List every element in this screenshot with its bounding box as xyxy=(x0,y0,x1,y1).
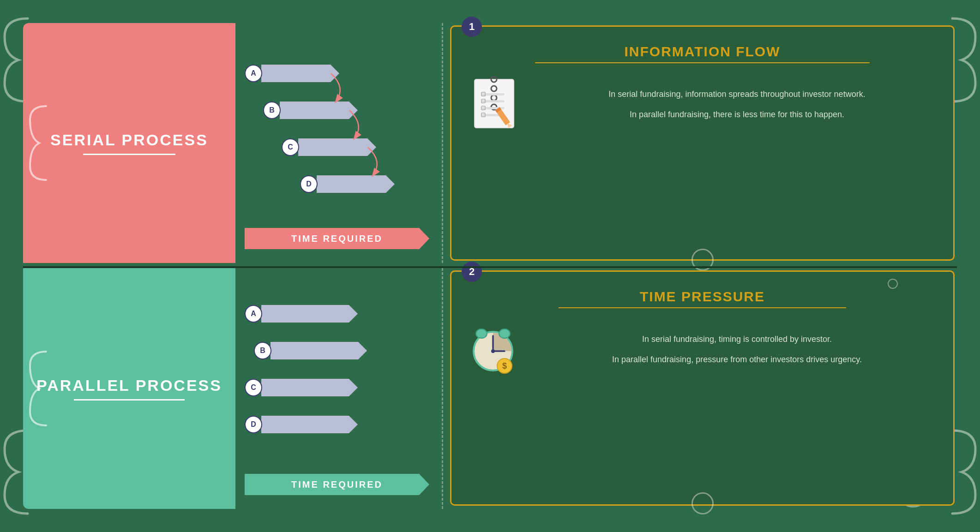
parallel-badge-d: D xyxy=(245,416,262,433)
serial-deco-left xyxy=(28,102,51,185)
serial-title: SERIAL PROCESS xyxy=(50,131,208,149)
parallel-badge-a: A xyxy=(245,305,262,323)
serial-arrow-d: D xyxy=(300,175,386,193)
panel1-content: In serial fundraising, information sprea… xyxy=(463,72,942,137)
arrow-shape-b xyxy=(280,102,349,119)
panel2-text1: In serial fundraising, timing is control… xyxy=(532,333,942,347)
panel2-title-underline xyxy=(559,307,846,308)
svg-rect-26 xyxy=(478,334,485,337)
arrow-shape-a xyxy=(261,65,331,82)
serial-arrow-a: A xyxy=(245,65,331,82)
panel2-text: In serial fundraising, timing is control… xyxy=(532,333,942,366)
parallel-time-required: TIME REQUIRED xyxy=(245,474,429,495)
svg-point-30 xyxy=(491,349,495,353)
parallel-shape-c xyxy=(261,379,349,396)
parallel-title: PARALLEL PROCESS xyxy=(36,377,222,395)
info-panel-2: 2 TIME PRESSURE $ xyxy=(450,270,955,506)
panel2-title: TIME PRESSURE xyxy=(463,289,942,305)
clock-icon: $ xyxy=(463,317,523,382)
arrow-badge-b: B xyxy=(263,102,281,119)
parallel-arrow-a: A xyxy=(245,305,349,323)
panel2-text2: In parallel fundraising, pressure from o… xyxy=(532,353,942,367)
serial-arrow-b: B xyxy=(263,102,349,119)
panel1-text: In serial fundraising, information sprea… xyxy=(532,88,942,121)
arrow-shape-d xyxy=(317,175,386,193)
panel2-circle-sm xyxy=(888,279,898,289)
info-panel-1: 1 INFORMATION FLOW xyxy=(450,25,955,261)
parallel-underline xyxy=(74,399,185,400)
serial-arrow-c: C xyxy=(282,138,367,156)
parallel-deco-left xyxy=(28,347,51,430)
parallel-shape-b xyxy=(271,342,358,359)
parallel-arrow-b: B xyxy=(254,342,358,359)
notebook-icon xyxy=(463,72,523,137)
parallel-badge-c: C xyxy=(245,379,262,396)
panel1-text2: In parallel fundraising, there is less t… xyxy=(532,108,942,122)
serial-time-required-label: TIME REQUIRED xyxy=(291,233,383,244)
parallel-dashed-border xyxy=(442,268,443,509)
panel1-title-underline xyxy=(535,62,870,63)
svg-rect-27 xyxy=(501,334,508,337)
panel2-circle-md xyxy=(691,492,714,514)
arrow-badge-d: D xyxy=(300,175,318,193)
parallel-badge-b: B xyxy=(254,342,271,359)
panel1-title: INFORMATION FLOW xyxy=(463,44,942,60)
parallel-arrow-d: D xyxy=(245,416,349,433)
parallel-arrows-area: A B C D TIME REQUIRED xyxy=(235,268,443,509)
serial-process-box: SERIAL PROCESS xyxy=(23,23,235,263)
parallel-shape-a xyxy=(261,305,349,323)
parallel-shape-d xyxy=(261,416,349,433)
arrow-badge-a: A xyxy=(245,65,262,82)
panel2-content: $ In serial fundraising, timing is contr… xyxy=(463,317,942,382)
parallel-arrow-c: C xyxy=(245,379,349,396)
serial-dashed-border xyxy=(442,23,443,263)
panel1-number: 1 xyxy=(462,17,482,37)
parallel-process-box: PARALLEL PROCESS xyxy=(23,268,235,509)
panel2-number: 2 xyxy=(462,262,482,282)
serial-time-required: TIME REQUIRED xyxy=(245,228,429,249)
arrow-shape-c xyxy=(298,138,367,156)
arrow-badge-c: C xyxy=(282,138,299,156)
parallel-time-required-label: TIME REQUIRED xyxy=(291,479,383,490)
panel1-text1: In serial fundraising, information sprea… xyxy=(532,88,942,102)
svg-text:$: $ xyxy=(502,361,507,371)
serial-underline xyxy=(83,154,175,155)
row-divider xyxy=(23,266,957,268)
serial-arrows-area: A B C D xyxy=(235,23,443,263)
